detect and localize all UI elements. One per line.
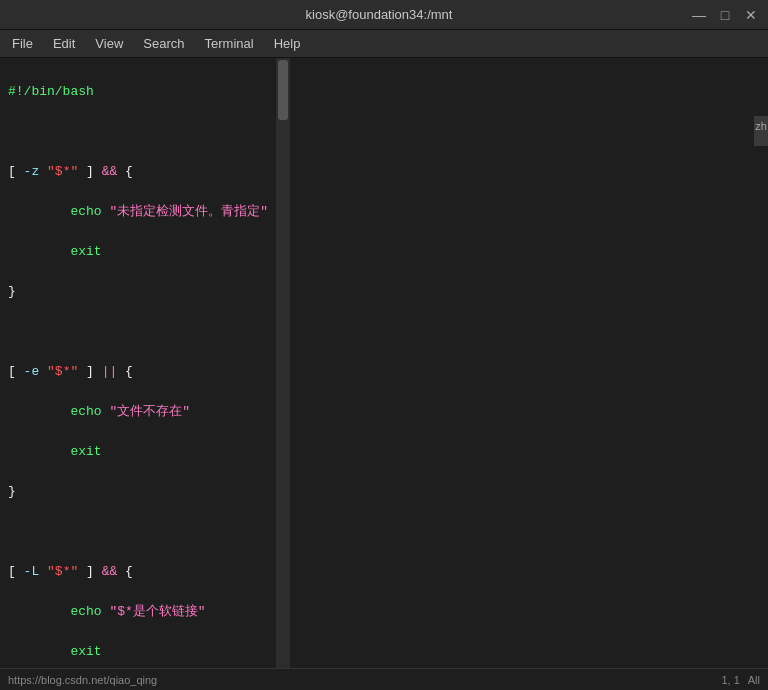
titlebar-title: kiosk@foundation34:/mnt <box>68 7 690 22</box>
minimize-button[interactable]: — <box>690 7 708 23</box>
main-area: #!/bin/bash [ -z "$*" ] && { echo "未指定检测… <box>0 58 768 690</box>
vertical-scrollbar[interactable] <box>276 58 290 690</box>
statusbar-mode: All <box>748 674 760 686</box>
menu-help[interactable]: Help <box>266 34 309 53</box>
titlebar-controls: — □ ✕ <box>690 7 760 23</box>
menubar: File Edit View Search Terminal Help <box>0 30 768 58</box>
titlebar: kiosk@foundation34:/mnt — □ ✕ <box>0 0 768 30</box>
code-area: #!/bin/bash [ -z "$*" ] && { echo "未指定检测… <box>0 58 276 690</box>
menu-edit[interactable]: Edit <box>45 34 83 53</box>
close-button[interactable]: ✕ <box>742 7 760 23</box>
zh-indicator: zh <box>754 116 768 146</box>
scrollbar-thumb[interactable] <box>278 60 288 120</box>
statusbar-position: 1, 1 <box>721 674 739 686</box>
menu-search[interactable]: Search <box>135 34 192 53</box>
statusbar-url: https://blog.csdn.net/qiao_qing <box>8 674 157 686</box>
statusbar: https://blog.csdn.net/qiao_qing 1, 1 All <box>0 668 768 690</box>
menu-view[interactable]: View <box>87 34 131 53</box>
maximize-button[interactable]: □ <box>716 7 734 23</box>
menu-terminal[interactable]: Terminal <box>197 34 262 53</box>
code-content[interactable]: #!/bin/bash [ -z "$*" ] && { echo "未指定检测… <box>0 58 276 690</box>
menu-file[interactable]: File <box>4 34 41 53</box>
